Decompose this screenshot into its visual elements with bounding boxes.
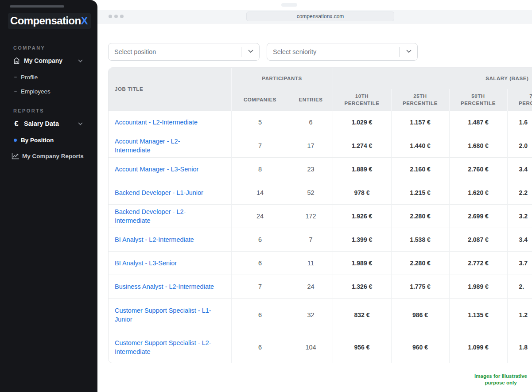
table-row: Business Analyst - L2-Intermediate 7 24 … bbox=[109, 275, 532, 298]
companies-cell: 14 bbox=[231, 181, 289, 204]
sidebar-item-label: My Company bbox=[24, 57, 62, 64]
sidebar-item-by-position[interactable]: By Position bbox=[0, 135, 97, 145]
job-title-cell: Account Manager - L3-Senior bbox=[109, 157, 231, 181]
window-control-dots bbox=[109, 15, 124, 18]
address-bar[interactable]: compensationx.com bbox=[246, 12, 394, 21]
companies-cell: 6 bbox=[231, 298, 289, 332]
p10-cell: 978 € bbox=[333, 181, 391, 204]
line-chart-icon bbox=[11, 153, 20, 159]
p75-cell: 2. bbox=[507, 275, 532, 298]
chevron-down-icon bbox=[78, 59, 83, 62]
p25-cell: 1.440 € bbox=[391, 134, 449, 157]
position-select-placeholder: Select position bbox=[109, 48, 156, 55]
group-header-participants: PARTICIPANTS bbox=[231, 68, 333, 89]
p10-cell: 1.989 € bbox=[333, 251, 391, 275]
logo-accent: X bbox=[81, 15, 87, 27]
chevron-down-icon bbox=[248, 50, 253, 53]
job-title-link[interactable]: Customer Support Specialist - L1-Junior bbox=[115, 307, 211, 323]
companies-cell: 24 bbox=[231, 204, 289, 228]
job-title-link[interactable]: BI Analyst - L3-Senior bbox=[115, 260, 177, 267]
sidebar-handle bbox=[10, 5, 64, 8]
main-area: compensationx.com Select position Select… bbox=[97, 0, 532, 392]
p25-cell: 2.280 € bbox=[391, 251, 449, 275]
table-row: Account Manager - L3-Senior 8 23 1.889 €… bbox=[109, 157, 532, 181]
job-title-link[interactable]: Backend Developer - L2-Intermediate bbox=[115, 208, 186, 224]
table-row: Backend Developer - L1-Junior 14 52 978 … bbox=[109, 181, 532, 204]
job-title-cell: BI Analyst - L2-Intermediate bbox=[109, 228, 231, 251]
p75-cell: 3.7 bbox=[507, 251, 532, 275]
job-title-cell: BI Analyst - L3-Senior bbox=[109, 251, 231, 275]
job-title-cell: Customer Support Specialist - L1-Junior bbox=[109, 298, 231, 332]
sidebar-item-salary-data[interactable]: € Salary Data bbox=[0, 118, 97, 129]
job-title-cell: Accountant - L2-Intermediate bbox=[109, 110, 231, 134]
position-select[interactable]: Select position bbox=[108, 43, 260, 61]
entries-cell: 172 bbox=[289, 204, 333, 228]
sidebar-item-label: Salary Data bbox=[24, 120, 59, 127]
entries-cell: 6 bbox=[289, 110, 333, 134]
p75-cell: 2.2 bbox=[507, 181, 532, 204]
select-divider bbox=[399, 47, 400, 57]
app-logo: CompensationX bbox=[8, 13, 91, 29]
entries-cell: 23 bbox=[289, 157, 333, 181]
footnote-line-1: images for illustrative bbox=[471, 373, 531, 380]
entries-cell: 32 bbox=[289, 298, 333, 332]
p25-cell: 2.160 € bbox=[391, 157, 449, 181]
col-header-75th-percentile: 75TH PERCENTILE bbox=[507, 89, 532, 110]
job-title-cell: Business Analyst - L2-Intermediate bbox=[109, 275, 231, 298]
table-row: Customer Support Specialist - L1-Junior … bbox=[109, 298, 532, 332]
sidebar-item-my-company[interactable]: My Company bbox=[0, 55, 97, 66]
window-dot-icon bbox=[120, 15, 124, 18]
sidebar: CompensationX COMPANY My Company Profile… bbox=[0, 0, 97, 392]
p10-cell: 1.399 € bbox=[333, 228, 391, 251]
job-title-link[interactable]: Account Manager - L3-Senior bbox=[115, 166, 198, 173]
p75-cell: 2.0 bbox=[507, 134, 532, 157]
job-title-link[interactable]: Business Analyst - L2-Intermediate bbox=[115, 283, 214, 290]
p10-cell: 1.889 € bbox=[333, 157, 391, 181]
sidebar-item-profile[interactable]: Profile bbox=[0, 72, 97, 82]
job-title-link[interactable]: BI Analyst - L2-Intermediate bbox=[115, 236, 194, 243]
browser-bar: compensationx.com bbox=[97, 10, 532, 23]
col-header-50th-percentile: 50TH PERCENTILE bbox=[449, 89, 507, 110]
job-title-link[interactable]: Backend Developer - L1-Junior bbox=[115, 189, 203, 196]
job-title-link[interactable]: Customer Support Specialist - L2-Interme… bbox=[115, 339, 211, 355]
group-header-salary-base: SALARY (BASE) bbox=[333, 68, 532, 89]
companies-cell: 6 bbox=[231, 251, 289, 275]
p25-cell: 2.280 € bbox=[391, 204, 449, 228]
p25-cell: 1.538 € bbox=[391, 228, 449, 251]
select-divider bbox=[241, 47, 241, 57]
companies-cell: 6 bbox=[231, 228, 289, 251]
sidebar-item-label: By Position bbox=[21, 137, 54, 144]
p75-cell: 1.6 bbox=[507, 110, 532, 134]
sidebar-item-employees[interactable]: Employees bbox=[0, 86, 97, 97]
footnote-line-2: purpose only bbox=[471, 380, 531, 386]
seniority-select[interactable]: Select seniority bbox=[267, 43, 418, 61]
companies-cell: 7 bbox=[231, 275, 289, 298]
p10-cell: 1.926 € bbox=[333, 204, 391, 228]
window-dot-icon bbox=[114, 15, 118, 18]
job-title-cell: Account Manager - L2-Intermediate bbox=[109, 134, 231, 157]
logo-text: Compensation bbox=[10, 15, 81, 27]
col-header-25th-percentile: 25TH PERCENTILE bbox=[391, 89, 449, 110]
table-row: BI Analyst - L2-Intermediate 6 7 1.399 €… bbox=[109, 228, 532, 251]
companies-cell: 5 bbox=[231, 110, 289, 134]
companies-cell: 7 bbox=[231, 134, 289, 157]
euro-icon: € bbox=[12, 120, 21, 128]
job-title-link[interactable]: Accountant - L2-Intermediate bbox=[115, 119, 198, 126]
col-header-job-title: JOB TITLE bbox=[109, 68, 231, 110]
p75-cell: 3.2 bbox=[507, 204, 532, 228]
table-row: Account Manager - L2-Intermediate 7 17 1… bbox=[109, 134, 532, 157]
p50-cell: 1.620 € bbox=[449, 181, 507, 204]
job-title-cell: Backend Developer - L2-Intermediate bbox=[109, 204, 231, 228]
job-title-link[interactable]: Account Manager - L2-Intermediate bbox=[115, 138, 180, 154]
p10-cell: 832 € bbox=[333, 298, 391, 332]
sidebar-item-label: Employees bbox=[21, 88, 50, 95]
p50-cell: 2.087 € bbox=[449, 228, 507, 251]
table-row: Customer Support Specialist - L2-Interme… bbox=[109, 332, 532, 363]
p10-cell: 956 € bbox=[333, 332, 391, 363]
companies-cell: 6 bbox=[231, 332, 289, 363]
window-dot-icon bbox=[109, 15, 112, 18]
p50-cell: 1.487 € bbox=[449, 110, 507, 134]
url-text: compensationx.com bbox=[297, 13, 344, 19]
col-header-companies: COMPANIES bbox=[231, 89, 289, 110]
sidebar-item-my-company-reports[interactable]: My Company Reports bbox=[0, 151, 97, 161]
